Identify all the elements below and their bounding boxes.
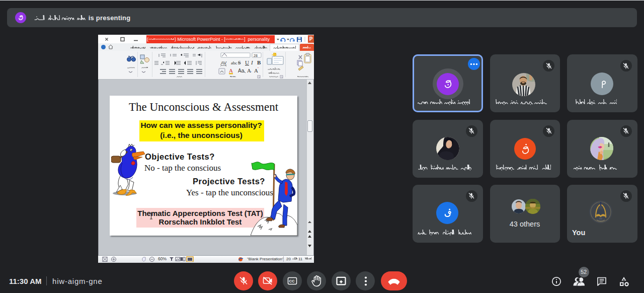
svg-text:28: 28	[254, 54, 258, 57]
svg-text:CC: CC	[289, 279, 294, 283]
svg-text:abc: abc	[231, 60, 237, 65]
svg-text:I: I	[251, 59, 254, 65]
svg-text:A: A	[229, 67, 233, 74]
svg-text:ˇ: ˇ	[251, 71, 252, 74]
svg-text:U: U	[245, 59, 249, 65]
svg-text:Aa: Aa	[238, 68, 245, 74]
svg-text:AV: AV	[221, 60, 226, 65]
svg-text:B: B	[257, 59, 261, 65]
svg-text:ˆ: ˆ	[258, 67, 259, 70]
svg-text:S: S	[238, 60, 241, 65]
